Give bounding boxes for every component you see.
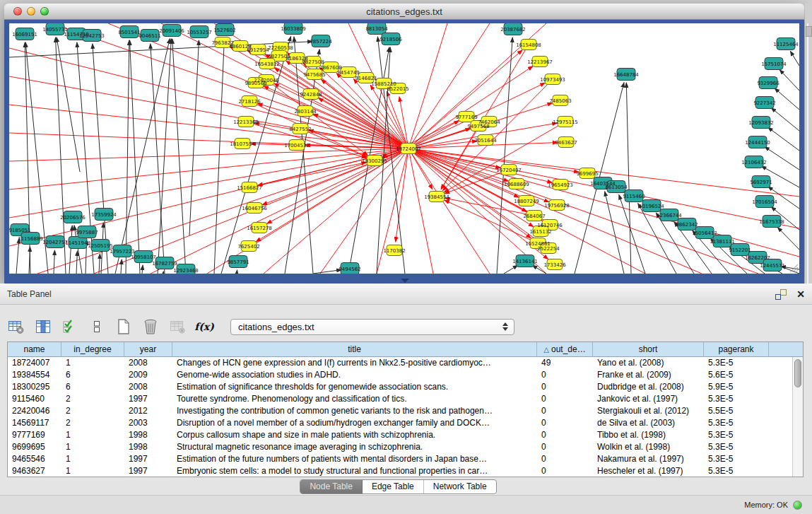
- cell-year[interactable]: 1998: [124, 429, 172, 441]
- citation-edge-selected[interactable]: [408, 50, 522, 148]
- delete-table-button[interactable]: [141, 317, 160, 337]
- cell-name[interactable]: 9465546: [8, 453, 61, 465]
- select-all-button[interactable]: [61, 317, 79, 337]
- table-row[interactable]: 977716911998Corpus callosum shape and si…: [8, 429, 792, 441]
- table-row[interactable]: 946362711997Embryonic stem cells: a mode…: [8, 465, 792, 477]
- citation-edge[interactable]: [151, 44, 165, 274]
- cell-title[interactable]: Disruption of a novel member of a sodium…: [172, 417, 537, 429]
- citation-edge-selected[interactable]: [445, 200, 538, 243]
- citation-edge-selected[interactable]: [408, 66, 533, 148]
- cell-year[interactable]: 1997: [124, 453, 172, 465]
- citation-edge[interactable]: [504, 265, 518, 274]
- cell-in_degree[interactable]: 1: [61, 453, 124, 465]
- citation-edge[interactable]: [777, 228, 799, 250]
- tab-node-table[interactable]: Node Table: [300, 480, 363, 493]
- citation-network-graph[interactable]: 1872400779638228860128891295422260538982…: [9, 23, 799, 274]
- cell-title[interactable]: Estimation of significance thresholds fo…: [172, 381, 537, 393]
- cell-out_de[interactable]: 0: [537, 405, 593, 417]
- citation-edge[interactable]: [497, 37, 512, 274]
- cell-pagerank[interactable]: 5.5E-5: [704, 405, 769, 417]
- vertical-scrollbar[interactable]: [792, 357, 803, 477]
- cell-short[interactable]: de Silva et al. (2003): [593, 417, 704, 429]
- column-header-pagerank[interactable]: pagerank: [704, 342, 769, 357]
- citation-edge[interactable]: [16, 238, 19, 274]
- citation-edge[interactable]: [790, 51, 799, 66]
- cell-in_degree[interactable]: 2: [61, 405, 124, 417]
- cell-year[interactable]: 1998: [124, 441, 172, 453]
- table-row[interactable]: 946554611997Estimation of the future num…: [8, 453, 792, 465]
- citation-edge[interactable]: [151, 148, 408, 274]
- column-header-out_de[interactable]: △out_de…: [537, 342, 593, 357]
- cell-pagerank[interactable]: 5.3E-5: [704, 393, 769, 405]
- cell-year[interactable]: 2008: [124, 357, 172, 369]
- cell-year[interactable]: 2008: [124, 381, 172, 393]
- function-builder-button[interactable]: f(x): [195, 317, 213, 337]
- cell-in_degree[interactable]: 6: [61, 381, 124, 393]
- cell-pagerank[interactable]: 5.3E-5: [704, 465, 769, 477]
- scrollbar-thumb[interactable]: [794, 359, 801, 387]
- citation-edge[interactable]: [771, 108, 799, 131]
- cell-name[interactable]: 9777169: [8, 429, 61, 441]
- float-panel-icon[interactable]: [775, 289, 787, 300]
- citation-edge[interactable]: [408, 23, 447, 148]
- citation-edge[interactable]: [9, 133, 408, 148]
- column-header-title[interactable]: title: [172, 342, 537, 357]
- network-canvas[interactable]: 1872400779638228860128891295422260538982…: [9, 23, 799, 274]
- cell-short[interactable]: Hescheler et al. (1997): [593, 465, 704, 477]
- cell-out_de[interactable]: 0: [537, 381, 593, 393]
- citation-edge[interactable]: [221, 37, 291, 274]
- column-header-in_degree[interactable]: in_degree: [61, 342, 124, 357]
- cell-title[interactable]: Investigating the contribution of common…: [172, 405, 537, 417]
- column-header-short[interactable]: short: [593, 342, 704, 357]
- cell-out_de[interactable]: 0: [537, 453, 593, 465]
- row-height-button[interactable]: [88, 317, 106, 337]
- citation-edge[interactable]: [189, 40, 199, 235]
- citation-edge[interactable]: [76, 251, 77, 274]
- cell-in_degree[interactable]: 6: [61, 369, 124, 381]
- modify-table-button[interactable]: [7, 317, 25, 337]
- cell-title[interactable]: Corpus callosum shape and size in male p…: [172, 429, 537, 441]
- table-row[interactable]: 969969511998Structural magnetic resonanc…: [8, 441, 792, 453]
- cell-name[interactable]: 9699695: [8, 441, 61, 453]
- citation-edge[interactable]: [121, 259, 122, 274]
- citation-edge[interactable]: [142, 265, 143, 274]
- citation-edge[interactable]: [775, 88, 799, 110]
- column-header-year[interactable]: year: [124, 342, 172, 357]
- citation-edge[interactable]: [57, 37, 80, 172]
- table-row[interactable]: 1938455462009Genome-wide association stu…: [8, 369, 792, 381]
- column-header-name[interactable]: name: [8, 342, 61, 357]
- cell-short[interactable]: Nakamura et al. (1997): [593, 453, 704, 465]
- cell-pagerank[interactable]: 5.3E-5: [704, 429, 769, 441]
- select-columns-button[interactable]: [34, 317, 52, 337]
- table-row[interactable]: 1872400712008Changes of HCN gene express…: [8, 357, 792, 369]
- citation-edge[interactable]: [9, 48, 408, 148]
- cell-name[interactable]: 9115460: [8, 393, 61, 405]
- cell-short[interactable]: Tibbo et al. (1998): [593, 429, 704, 441]
- cell-name[interactable]: 22420046: [8, 405, 61, 417]
- citation-edge-selected[interactable]: [258, 148, 408, 185]
- cell-title[interactable]: Embryonic stem cells: a model to study s…: [172, 465, 537, 477]
- cell-out_de[interactable]: 49: [537, 357, 593, 369]
- cell-out_de[interactable]: 0: [537, 441, 593, 453]
- cell-short[interactable]: Jankovic et al. (1997): [593, 393, 704, 405]
- citation-edge[interactable]: [264, 148, 408, 274]
- cell-short[interactable]: Wolkin et al. (1998): [593, 441, 704, 453]
- citation-edge-selected[interactable]: [267, 148, 408, 223]
- cell-name[interactable]: 14569117: [8, 417, 61, 429]
- cell-year[interactable]: 2009: [124, 369, 172, 381]
- tab-edge-table[interactable]: Edge Table: [363, 480, 424, 493]
- cell-name[interactable]: 18300295: [8, 381, 61, 393]
- citation-edge-selected[interactable]: [396, 148, 408, 242]
- table-row[interactable]: 1830029562008Estimation of significance …: [8, 381, 792, 393]
- cell-out_de[interactable]: 0: [537, 393, 593, 405]
- table-row[interactable]: 1456911722003Disruption of a novel membe…: [8, 417, 792, 429]
- cell-title[interactable]: Changes of HCN gene expression and I(f) …: [172, 357, 537, 369]
- cell-year[interactable]: 2003: [124, 417, 172, 429]
- cell-pagerank[interactable]: 5.9E-5: [704, 381, 769, 393]
- cell-short[interactable]: Yano et al. (2008): [593, 357, 704, 369]
- window-titlebar[interactable]: citations_edges.txt: [4, 4, 804, 20]
- cell-in_degree[interactable]: 1: [61, 465, 124, 477]
- cell-pagerank[interactable]: 5.3E-5: [704, 453, 769, 465]
- cell-in_degree[interactable]: 2: [61, 417, 124, 429]
- table-row[interactable]: 2242004622012Investigating the contribut…: [8, 405, 792, 417]
